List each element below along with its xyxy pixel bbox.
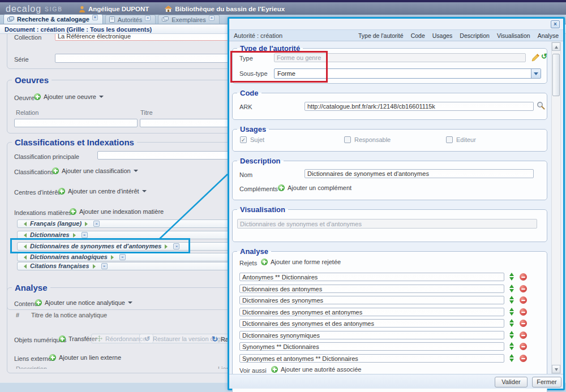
remove-icon[interactable] [520, 273, 527, 281]
nom-input[interactable] [305, 169, 534, 178]
remove-icon[interactable] [520, 285, 527, 292]
add-voir-aussi-button[interactable]: Ajouter une autorité associée [271, 366, 361, 373]
plus-icon [59, 335, 66, 342]
classifications-label: Classifications [14, 169, 54, 175]
remove-icon[interactable] [520, 296, 527, 304]
user-menu[interactable]: Angélique DUPONT [79, 6, 149, 13]
sort-updown-icon[interactable] [509, 308, 515, 316]
analyse-bg-legend: Analyse [12, 283, 50, 292]
autorite-creation-modal: Autorité : création Type de l'autorité C… [228, 17, 565, 390]
sort-updown-icon[interactable] [509, 273, 515, 281]
checkbox-icon[interactable] [344, 136, 351, 143]
visualisation-input[interactable] [237, 219, 537, 229]
tab-exemplaires[interactable]: Exemplaires [158, 15, 220, 24]
chevron-down-icon [99, 96, 104, 100]
modal-title: Autorité : création [234, 32, 282, 39]
modal-header: Autorité : création Type de l'autorité C… [229, 29, 563, 41]
remove-tag-icon[interactable] [101, 263, 108, 269]
nav-analyse[interactable]: Analyse [538, 32, 559, 39]
checkbox-responsable[interactable]: Responsable [344, 136, 391, 143]
add-rejet-button[interactable]: Ajouter une forme rejetée [261, 259, 341, 265]
rejet-input[interactable] [239, 296, 504, 304]
plus-icon [278, 184, 285, 191]
copies-icon [162, 16, 169, 23]
remove-icon[interactable] [520, 355, 527, 362]
move-right-icon[interactable] [93, 264, 98, 269]
move-right-icon[interactable] [111, 255, 116, 260]
classification-principale-label: Classification principale [14, 153, 79, 160]
ark-input[interactable] [305, 102, 534, 111]
remove-tag-icon[interactable] [119, 254, 126, 260]
scrollbar-thumb[interactable] [552, 54, 560, 96]
nav-type-autorite[interactable]: Type de l'autorité [358, 32, 404, 39]
sort-updown-icon[interactable] [509, 285, 515, 292]
remove-tag-icon[interactable] [93, 221, 100, 227]
move-icon [96, 335, 102, 342]
remove-icon[interactable] [520, 331, 527, 339]
tab-close-icon[interactable] [92, 15, 98, 20]
plus-icon [58, 188, 65, 195]
add-oeuvre-button[interactable]: Ajouter une oeuvre [34, 93, 104, 100]
plus-icon [49, 354, 56, 361]
move-left-icon[interactable] [22, 264, 27, 269]
remove-icon[interactable] [520, 308, 527, 316]
move-right-icon[interactable] [85, 222, 90, 226]
tab-close-icon[interactable] [145, 15, 151, 21]
search-icon[interactable] [537, 101, 545, 110]
tab-autorites[interactable]: Autorités [105, 15, 156, 24]
notice-num-column: # [16, 312, 19, 318]
nav-usages[interactable]: Usages [432, 32, 453, 39]
valider-button[interactable]: Valider [495, 377, 528, 387]
remove-tag-icon[interactable] [82, 232, 88, 238]
edit-pencil-icon[interactable] [531, 53, 540, 62]
nav-visualisation[interactable]: Visualisation [497, 32, 530, 39]
add-complement-button[interactable]: Ajouter un complément [278, 184, 351, 191]
scroll-up-icon[interactable] [552, 42, 560, 51]
annotation-highlight-blue [10, 238, 190, 253]
checkbox-editeur[interactable]: Editeur [446, 136, 476, 143]
rejet-input[interactable] [239, 319, 504, 328]
sort-updown-icon[interactable] [509, 319, 515, 327]
add-lien-button[interactable]: Ajouter un lien externe [49, 354, 121, 361]
checkbox-icon[interactable] [240, 136, 247, 143]
modal-scrollbar[interactable] [551, 42, 561, 374]
rejet-input[interactable] [239, 331, 504, 339]
add-centre-interet-button[interactable]: Ajouter un centre d'intérêt [58, 188, 147, 195]
rejet-input[interactable] [239, 273, 504, 281]
rejet-input[interactable] [239, 285, 504, 293]
rejet-input[interactable] [239, 308, 504, 316]
home-icon [165, 6, 172, 12]
fermer-button[interactable]: Fermer [532, 377, 561, 387]
rejet-input[interactable] [239, 354, 504, 363]
sort-updown-icon[interactable] [509, 331, 515, 339]
reset-rollback-icon[interactable]: ↺ [541, 53, 547, 60]
nav-description[interactable]: Description [460, 32, 490, 39]
sort-updown-icon[interactable] [509, 354, 515, 362]
scroll-down-icon[interactable] [552, 365, 560, 373]
plus-icon [34, 93, 41, 100]
sort-updown-icon[interactable] [509, 296, 515, 304]
close-icon[interactable] [551, 20, 560, 28]
modal-section-nav: Type de l'autorité Code Usages Descripti… [358, 32, 559, 39]
rejet-input[interactable] [239, 342, 504, 351]
checkbox-icon[interactable] [446, 136, 453, 143]
nav-code[interactable]: Code [411, 32, 425, 39]
add-classification-button[interactable]: Ajouter une classification [52, 167, 138, 174]
tab-close-icon[interactable] [209, 15, 215, 21]
add-indexation-button[interactable]: Ajouter une indexation matière [70, 208, 164, 215]
remove-icon[interactable] [520, 343, 527, 350]
relation-input[interactable] [14, 119, 138, 127]
ark-label: ARK [239, 104, 252, 110]
sort-updown-icon[interactable] [509, 342, 515, 350]
library-menu[interactable]: Bibliothèque du bassin de l'Eyrieux [165, 6, 285, 12]
remove-icon[interactable] [520, 320, 527, 327]
move-right-icon[interactable] [73, 233, 78, 238]
checkbox-sujet[interactable]: Sujet [240, 136, 264, 143]
annotation-highlight-red [230, 51, 328, 83]
tab-recherche-catalogage[interactable]: Recherche & catalogage [3, 14, 103, 24]
chevron-down-icon [134, 170, 138, 174]
move-left-icon[interactable] [22, 222, 27, 226]
move-left-icon[interactable] [22, 233, 27, 238]
add-notice-button[interactable]: Ajouter une notice analytique [35, 299, 132, 306]
move-left-icon[interactable] [22, 255, 27, 260]
